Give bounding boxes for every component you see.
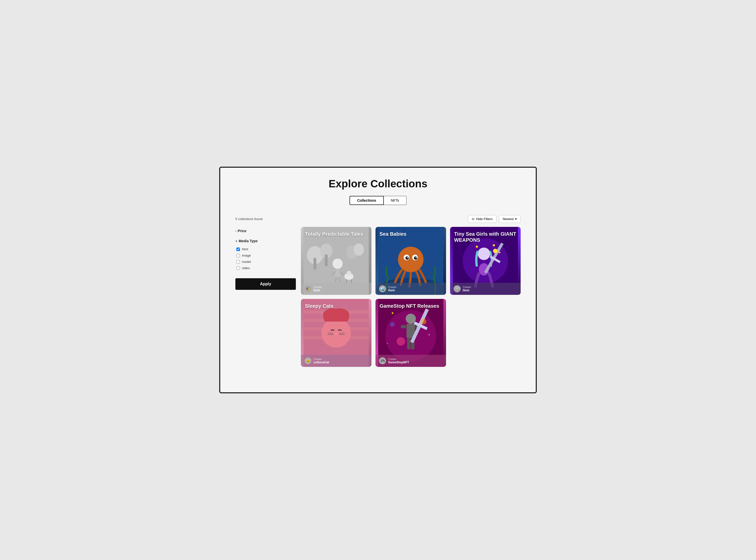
card-2-title: Sea Babies	[380, 231, 442, 237]
chevron-down-icon: ∨	[235, 240, 237, 242]
svg-point-63	[390, 322, 395, 326]
svg-point-23	[414, 256, 417, 260]
filter-image[interactable]: image	[236, 252, 296, 259]
svg-point-34	[493, 244, 495, 246]
checkbox-image[interactable]	[236, 254, 240, 257]
card-3-avatar: ⚔️	[453, 285, 461, 292]
svg-point-35	[499, 252, 501, 253]
price-filter-header[interactable]: › Price	[235, 227, 296, 235]
svg-point-24	[407, 257, 408, 258]
main-area: › Price ∨ Media Type html image	[235, 227, 521, 367]
page-frame: Explore Collections Collections NFTs 5 c…	[219, 167, 537, 393]
card-1-creator-info: Creator Gem	[313, 286, 322, 292]
filter-model[interactable]: model	[236, 259, 296, 265]
svg-point-6	[354, 243, 364, 256]
svg-point-61	[396, 337, 405, 346]
card-1-footer: 🎭 Creator Gem	[301, 283, 371, 295]
card-2-creator-info: Creator Gem	[388, 286, 396, 292]
price-filter-section: › Price	[235, 227, 296, 235]
card-4-footer: 🐱 Creator LettuceCat	[301, 355, 371, 367]
card-5-avatar: 🎮	[379, 357, 386, 364]
collection-card-2[interactable]: Sea Babies 🌊 Creator Gem	[375, 227, 446, 295]
svg-point-53	[406, 314, 416, 324]
media-type-filter-items: html image model video	[235, 245, 296, 273]
toolbar-right: ⊙ Hide Filters Newest ▾	[468, 215, 521, 223]
collection-card-5[interactable]: ✦ ✦ ✦ GameStop NFT Releases 🎮 Creator Ga…	[375, 299, 446, 367]
chevron-right-icon: ›	[235, 229, 236, 233]
checkbox-model[interactable]	[236, 260, 240, 264]
results-count: 5 collections found	[235, 217, 263, 221]
collection-card-3[interactable]: Tiny Sea Girls with GIANT WEAPONS ⚔️ Cre…	[450, 227, 521, 295]
svg-point-7	[332, 259, 343, 269]
media-type-filter-section: ∨ Media Type html image model	[235, 237, 296, 273]
media-type-filter-label: Media Type	[239, 239, 257, 243]
model-label: model	[242, 260, 251, 264]
collection-card-4[interactable]: Sleepy Cats 🐱 Creator LettuceCat	[301, 299, 371, 367]
checkbox-html[interactable]	[236, 247, 240, 251]
image-label: image	[242, 254, 251, 257]
svg-point-41	[322, 318, 351, 348]
filter-video[interactable]: video	[236, 265, 296, 271]
svg-rect-8	[335, 269, 340, 278]
chevron-down-icon: ▾	[515, 217, 517, 221]
card-4-creator-label: Creator	[313, 358, 329, 361]
card-2-footer: 🌊 Creator Gem	[375, 283, 446, 295]
toolbar: 5 collections found ⊙ Hide Filters Newes…	[235, 215, 521, 223]
tab-nfts[interactable]: NFTs	[384, 196, 406, 205]
tab-collections[interactable]: Collections	[350, 196, 384, 205]
card-2-creator-label: Creator	[388, 286, 396, 288]
filter-html[interactable]: html	[236, 246, 296, 252]
card-3-footer: ⚔️ Creator Gem	[450, 283, 521, 295]
svg-rect-55	[401, 325, 406, 328]
media-type-filter-header[interactable]: ∨ Media Type	[235, 237, 296, 245]
price-filter-label: Price	[238, 229, 246, 233]
apply-button[interactable]: Apply	[235, 278, 296, 290]
svg-point-25	[415, 257, 417, 258]
card-5-footer: 🎮 Creator GameStopNFT	[375, 355, 446, 367]
card-1-creator-label: Creator	[313, 286, 322, 288]
card-5-title: GameStop NFT Releases	[380, 303, 442, 309]
svg-point-14	[347, 271, 351, 275]
card-1-title: Totally Predictable Tales	[305, 231, 367, 237]
svg-point-32	[493, 249, 498, 253]
card-4-avatar: 🐱	[305, 357, 311, 364]
svg-rect-2	[313, 258, 316, 269]
svg-text:✦: ✦	[428, 333, 430, 336]
video-label: video	[242, 266, 250, 270]
html-label: html	[242, 247, 248, 251]
page-title: Explore Collections	[235, 178, 521, 190]
hide-filters-label: Hide Filters	[476, 217, 493, 221]
collections-grid: Totally Predictable Tales 🎭 Creator Gem	[301, 227, 521, 367]
sort-button[interactable]: Newest ▾	[499, 215, 521, 223]
card-4-title: Sleepy Cats	[305, 303, 367, 309]
card-4-creator-name: LettuceCat	[313, 361, 329, 364]
svg-rect-57	[407, 338, 410, 349]
card-5-creator-label: Creator	[388, 358, 409, 361]
filter-icon: ⊙	[472, 217, 474, 221]
card-1-creator-name: Gem	[313, 288, 322, 292]
card-5-creator-name: GameStopNFT	[388, 361, 409, 364]
svg-point-46	[335, 333, 337, 335]
svg-point-33	[476, 245, 478, 248]
svg-text:✦: ✦	[387, 342, 389, 345]
card-2-avatar: 🌊	[379, 285, 386, 292]
tab-row: Collections NFTs	[235, 196, 521, 205]
svg-text:✦: ✦	[391, 311, 394, 315]
svg-point-22	[405, 256, 409, 260]
card-4-creator-info: Creator LettuceCat	[313, 358, 329, 364]
svg-point-28	[478, 247, 490, 260]
card-2-creator-name: Gem	[388, 288, 396, 292]
sort-label: Newest	[503, 217, 513, 221]
card-1-avatar: 🎭	[305, 285, 311, 292]
collection-card-1[interactable]: Totally Predictable Tales 🎭 Creator Gem	[301, 227, 371, 295]
svg-point-62	[421, 319, 426, 324]
checkbox-video[interactable]	[236, 266, 240, 270]
card-3-creator-info: Creator Gem	[463, 286, 471, 292]
card-3-creator-label: Creator	[463, 286, 471, 288]
card-3-title: Tiny Sea Girls with GIANT WEAPONS	[454, 231, 517, 243]
card-5-creator-info: Creator GameStopNFT	[388, 358, 409, 364]
sidebar: › Price ∨ Media Type html image	[235, 227, 296, 367]
hide-filters-button[interactable]: ⊙ Hide Filters	[468, 215, 497, 223]
card-3-creator-name: Gem	[463, 288, 471, 292]
svg-rect-4	[325, 255, 328, 266]
